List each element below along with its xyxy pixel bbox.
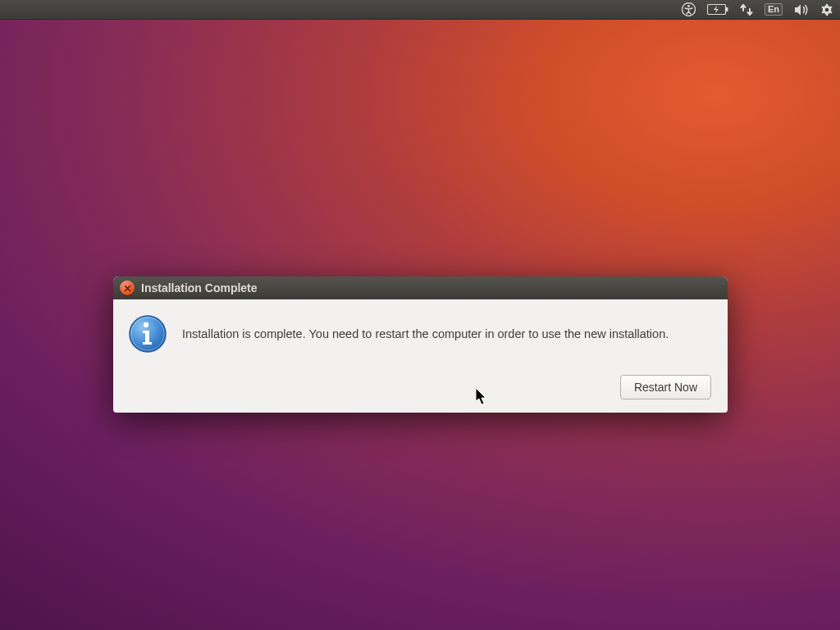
info-icon: [128, 314, 167, 354]
system-menubar: En: [0, 0, 840, 20]
volume-icon[interactable]: [794, 0, 809, 19]
svg-rect-3: [726, 7, 728, 11]
accessibility-icon[interactable]: [682, 0, 696, 19]
installation-complete-dialog: Installation Complete: [113, 276, 728, 413]
dialog-body: Installation is complete. You need to re…: [113, 299, 728, 413]
dialog-content-row: Installation is complete. You need to re…: [128, 314, 711, 354]
svg-point-7: [144, 322, 148, 327]
restart-now-button[interactable]: Restart Now: [620, 375, 711, 399]
dialog-message: Installation is complete. You need to re…: [182, 326, 669, 342]
svg-point-1: [687, 5, 690, 7]
svg-point-4: [825, 7, 829, 11]
settings-gear-icon[interactable]: [820, 0, 833, 19]
language-indicator[interactable]: En: [765, 0, 783, 19]
language-label: En: [765, 3, 783, 16]
battery-icon[interactable]: [707, 0, 728, 19]
network-icon[interactable]: [740, 0, 753, 19]
dialog-title: Installation Complete: [141, 281, 258, 294]
close-button[interactable]: [120, 281, 135, 295]
dialog-titlebar[interactable]: Installation Complete: [113, 276, 728, 299]
dialog-button-row: Restart Now: [128, 375, 711, 399]
